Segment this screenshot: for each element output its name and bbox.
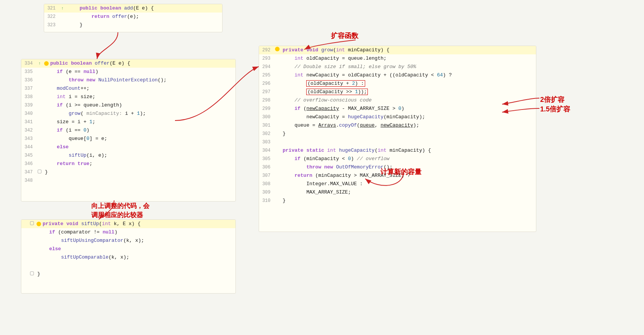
code-line-siftup-5 xyxy=(21,262,235,270)
code-line-293: 293 int oldCapacity = queue.length; xyxy=(259,54,536,63)
code-line-302: 302 } xyxy=(259,130,536,138)
code-line-298: 298 // overflow-conscious code xyxy=(259,96,536,105)
code-line-341: 341 size = i + 1; xyxy=(21,118,235,126)
code-line-337: 337 modCount++; xyxy=(21,84,235,93)
code-line-303: 303 xyxy=(259,138,536,146)
code-panel-top-left: 321 ↑ public boolean add(E e) { 322 retu… xyxy=(44,4,223,32)
annotation-double-expand: 2倍扩容 xyxy=(540,95,564,104)
code-line-295: 295 int newCapacity = oldCapacity + ((ol… xyxy=(259,71,536,79)
annotation-siftup-note: 向上调整的代码，会调用相应的比较器 xyxy=(91,202,149,220)
code-line-296: 296 (oldCapacity + 2) : xyxy=(259,79,536,88)
code-line-321: 321 ↑ public boolean add(E e) { xyxy=(44,4,222,13)
code-line-339: 339 if (i >= queue.length) xyxy=(21,101,235,110)
code-line-297: 297 (oldCapacity >> 1)); xyxy=(259,88,536,96)
code-line-294: 294 // Double size if small; else grow b… xyxy=(259,63,536,71)
code-line-335: 335 if (e == null) xyxy=(21,68,235,76)
annotation-title: 扩容函数 xyxy=(331,31,358,40)
code-line-343: 343 queue[0] = e; xyxy=(21,135,235,143)
code-line-292: 292 private void grow(int minCapacity) { xyxy=(259,46,536,54)
code-line-347: 347 } xyxy=(21,168,235,176)
code-line-299: 299 if (newCapacity - MAX_ARRAY_SIZE > 0… xyxy=(259,105,536,113)
code-line-310: 310 } xyxy=(259,197,536,205)
code-line-305: 305 if (minCapacity < 0) // overflow xyxy=(259,155,536,163)
code-line-345: 345 siftUp(i, e); xyxy=(21,151,235,160)
annotation-half-expand: 1.5倍扩容 xyxy=(540,105,570,114)
annotation-calc-capacity: 计算新的容量 xyxy=(380,167,421,176)
code-line-342: 342 if (i == 0) xyxy=(21,126,235,135)
code-line-348: 348 xyxy=(21,176,235,185)
code-line-301: 301 queue = Arrays.copyOf(queue, newCapa… xyxy=(259,121,536,130)
code-line-344: 344 else xyxy=(21,143,235,151)
code-line-308: 308 Integer.MAX_VALUE : xyxy=(259,180,536,188)
code-line-336: 336 throw new NullPointerException(); xyxy=(21,76,235,84)
code-line-338: 338 int i = size; xyxy=(21,93,235,101)
code-line-304: 304 private static int hugeCapacity(int … xyxy=(259,146,536,155)
code-line-346: 346 return true; xyxy=(21,160,235,168)
code-line-334: 334 ↑ public boolean offer(E e) { xyxy=(21,59,235,68)
code-line-340: 340 grow( minCapacity: i + 1); xyxy=(21,110,235,118)
code-line-siftup-2: siftUpUsingComparator(k, x); xyxy=(21,237,235,245)
code-line-323: 323 } xyxy=(44,21,222,29)
code-line-siftup-6: } xyxy=(21,270,235,278)
code-panel-middle-left: 334 ↑ public boolean offer(E e) { 335 if… xyxy=(21,59,236,202)
code-panel-bottom-left: private void siftUp(int k, E x) { if (co… xyxy=(21,219,236,294)
code-line-322: 322 return offer(e); xyxy=(44,13,222,21)
code-line-309: 309 MAX_ARRAY_SIZE; xyxy=(259,188,536,197)
code-line-siftup-3: else xyxy=(21,245,235,253)
code-line-300: 300 newCapacity = hugeCapacity(minCapaci… xyxy=(259,113,536,121)
code-panel-right: 292 private void grow(int minCapacity) {… xyxy=(259,46,536,232)
code-line-siftup-4: siftUpComparable(k, x); xyxy=(21,253,235,262)
code-line-siftup: private void siftUp(int k, E x) { xyxy=(21,220,235,228)
code-line-siftup-1: if (comparator != null) xyxy=(21,228,235,237)
